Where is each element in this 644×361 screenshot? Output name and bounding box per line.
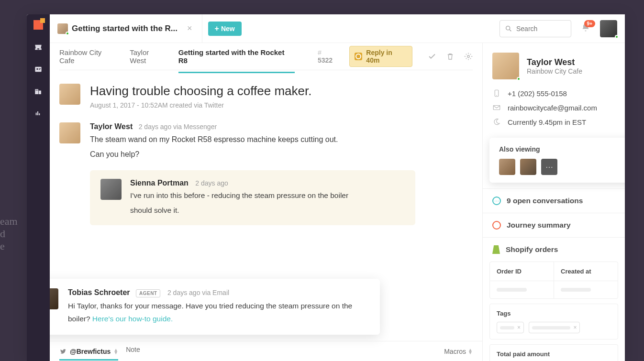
org-icon[interactable] [33,87,44,96]
contacts-icon[interactable] [33,65,44,74]
phone-icon [492,89,501,98]
tab-close-button[interactable]: × [183,23,196,33]
agent-badge: AGENT [136,289,161,297]
inbox-icon[interactable] [33,43,44,52]
case-id: # 5322 [318,49,338,64]
agent-reply-card: Tobias Schroeter AGENT 2 days ago via Em… [50,279,380,335]
also-viewing-card: Also viewing ⋯ [489,138,625,183]
internal-note: Sienna Portman 2 days ago I've run into … [90,170,415,225]
message-text: The steam wand on my Rocket R58 espresso… [90,133,338,146]
viewer-avatar[interactable] [520,159,536,175]
top-header: Getting started with the R... × +New 9+ [50,14,625,43]
search-input[interactable] [500,20,571,37]
customer-name: Taylor West [527,57,582,67]
reply-text: Hi Taylor, thanks for your message. Have… [68,300,368,325]
remove-tag-icon[interactable]: × [573,324,577,331]
svg-rect-5 [39,91,41,95]
plus-icon: + [215,25,219,33]
message-customer: Taylor West 2 days ago via Messenger The… [59,122,473,161]
svg-rect-16 [493,106,500,110]
reply-time: 2 days ago via Email [167,289,229,296]
message-text: Can you help? [90,148,338,161]
check-icon[interactable] [428,52,436,61]
how-to-link[interactable]: Here's our how-to guide. [92,315,173,323]
tab-avatar [57,23,68,34]
sla-pill[interactable]: Reply in 40m [349,46,412,67]
avatar [59,122,80,143]
note-tab[interactable]: Note [126,346,140,357]
moon-icon [492,118,501,126]
search-icon [505,25,512,33]
tags-label: Tags [497,310,611,317]
main-column: Getting started with the R... × +New 9+ … [50,14,625,361]
also-viewing-label: Also viewing [499,145,625,153]
customer-org: Rainbow City Cafe [527,67,582,75]
svg-point-1 [36,68,38,70]
requester-avatar [59,84,80,105]
chat-icon: ⋯ [492,197,501,205]
more-viewers-button[interactable]: ⋯ [541,159,557,175]
notification-badge: 9+ [584,20,595,27]
tag-pill[interactable]: × [529,322,580,333]
background-decoration: eamde [0,215,18,252]
new-button[interactable]: +New [208,22,242,36]
remove-tag-icon[interactable]: × [517,324,521,331]
message-author: Taylor West [90,122,133,131]
svg-rect-10 [39,113,40,115]
col-created-at: Created at [554,262,618,281]
avatar [100,179,122,200]
breadcrumb-user[interactable]: Taylor West [130,48,167,65]
email-row[interactable]: rainbowcitycafe@gmail.com [492,103,615,112]
open-conversations-section[interactable]: ⋯ 9 open conversations [483,188,625,213]
shopify-body: Order ID Created at Tags × × [483,262,625,361]
shopify-icon [492,245,500,254]
breadcrumb-bar: Rainbow City Cafe Taylor West Getting st… [50,43,482,70]
tag-pill[interactable]: × [497,322,524,333]
svg-rect-6 [36,90,37,91]
subject-block: Having trouble choosing a coffee maker. … [59,84,473,109]
app-shell: Getting started with the R... × +New 9+ … [27,14,625,361]
left-nav [27,14,50,361]
chevron-updown-icon: ▲▼ [468,349,473,354]
svg-rect-7 [37,90,38,91]
customer-avatar [492,53,519,79]
note-time: 2 days ago [195,179,228,187]
avatar [50,288,58,309]
case-created-meta: August 1, 2017 - 10:52AM created via Twi… [90,101,311,109]
conversation-thread: Having trouble choosing a coffee maker. … [50,70,482,361]
svg-rect-9 [37,111,38,115]
macros-dropdown[interactable]: Macros ▲▼ [444,348,473,355]
reply-editor-tabs: @Brewfictus ▲▼ Note Macros ▲▼ [50,341,482,361]
reply-channel-tab[interactable]: @Brewfictus ▲▼ [59,348,118,361]
trash-icon[interactable] [446,52,455,61]
notifications-button[interactable]: 9+ [577,23,594,34]
customer-sidebar: Taylor West Rainbow City Cafe +1 (202) 5… [482,43,625,361]
reply-author: Tobias Schroeter [68,288,130,296]
conversation-tab[interactable]: Getting started with the R... [57,23,178,34]
svg-point-13 [467,55,470,58]
note-text: I've run into this before - reducing the… [130,189,348,202]
phone-row[interactable]: +1 (202) 555-0158 [492,89,615,98]
svg-point-11 [506,26,510,30]
shopify-orders-section[interactable]: Shopify orders [483,237,625,262]
email-icon [492,103,501,112]
message-time: 2 days ago via Messenger [139,123,217,131]
journey-summary-section[interactable]: Journey summary [483,213,625,237]
svg-line-12 [510,30,511,31]
note-text: should solve it. [130,204,348,217]
reports-icon[interactable] [33,109,44,118]
case-subject: Having trouble choosing a coffee maker. [90,84,311,98]
svg-rect-4 [35,89,38,95]
gear-icon[interactable] [464,52,473,61]
orders-table: Order ID Created at [489,262,618,299]
current-user-avatar[interactable] [600,20,617,37]
tab-title: Getting started with the R... [72,24,178,33]
svg-rect-0 [35,67,41,72]
search-field[interactable] [516,25,564,33]
breadcrumb-org[interactable]: Rainbow City Cafe [59,48,118,65]
viewer-avatar[interactable] [499,159,515,175]
col-order-id: Order ID [490,262,554,281]
app-logo[interactable] [33,20,43,30]
svg-rect-2 [39,68,41,69]
twitter-icon [59,348,67,355]
